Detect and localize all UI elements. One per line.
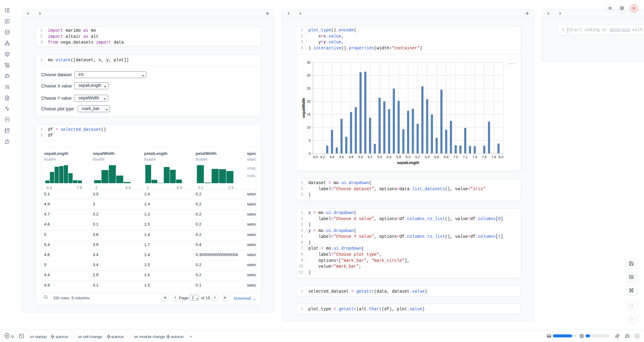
svg-text:0: 0 <box>309 152 310 155</box>
svg-text:25: 25 <box>307 87 310 90</box>
svg-text:7.0: 7.0 <box>453 155 458 159</box>
svg-text:7.6: 7.6 <box>482 155 486 159</box>
svg-text:20: 20 <box>307 100 310 103</box>
svg-text:10: 10 <box>307 126 310 129</box>
svg-text:sepalWidth: sepalWidth <box>302 98 306 118</box>
svg-text:4.4: 4.4 <box>330 155 334 159</box>
svg-text:7.2: 7.2 <box>463 155 467 159</box>
svg-text:15: 15 <box>307 112 310 116</box>
svg-text:6.8: 6.8 <box>444 155 449 159</box>
svg-text:7.8: 7.8 <box>492 155 496 159</box>
svg-text:5.4: 5.4 <box>377 155 382 159</box>
svg-text:5: 5 <box>309 139 310 142</box>
svg-text:8.0: 8.0 <box>499 155 503 159</box>
svg-text:6.4: 6.4 <box>425 155 429 159</box>
svg-text:4.8: 4.8 <box>349 155 353 159</box>
svg-text:5.2: 5.2 <box>368 155 372 159</box>
svg-text:7.4: 7.4 <box>472 155 477 159</box>
svg-text:5.6: 5.6 <box>387 155 391 159</box>
svg-text:4.0: 4.0 <box>313 155 317 159</box>
svg-text:5.8: 5.8 <box>396 155 401 159</box>
svg-text:6.0: 6.0 <box>406 155 410 159</box>
svg-text:sepalLength: sepalLength <box>397 161 419 165</box>
svg-text:5.0: 5.0 <box>358 155 363 159</box>
svg-text:4.2: 4.2 <box>320 155 325 159</box>
svg-text:6.6: 6.6 <box>434 155 439 159</box>
svg-text:35: 35 <box>307 61 310 64</box>
svg-text:6.2: 6.2 <box>415 155 420 159</box>
svg-text:30: 30 <box>307 73 310 77</box>
svg-text:4.6: 4.6 <box>339 155 344 159</box>
